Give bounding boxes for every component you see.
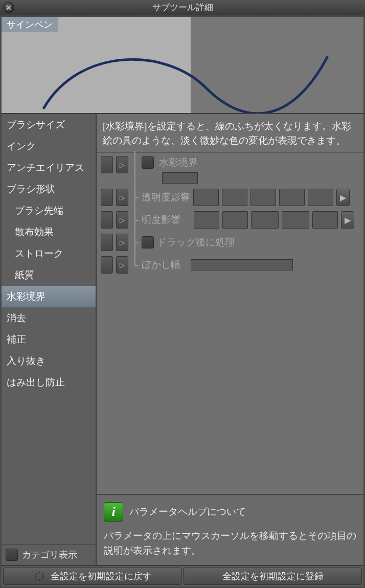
help-panel: i パラメータヘルプについて パラメータの上にマウスカーソルを移動するとその項目…: [97, 494, 363, 565]
param-visibility-toggle[interactable]: [101, 211, 113, 229]
sidebar-item[interactable]: 紙質: [2, 264, 96, 286]
param-expand-toggle[interactable]: ▷: [116, 189, 128, 206]
window-title: サブツール詳細: [0, 2, 365, 13]
param-visibility-toggle[interactable]: [101, 234, 113, 251]
sidebar-item[interactable]: はみ出し防止: [2, 372, 96, 393]
sidebar-item[interactable]: ブラシサイズ: [2, 114, 96, 135]
param-expand-toggle[interactable]: ▷: [116, 256, 128, 274]
blur-width-slider[interactable]: [191, 259, 293, 270]
param-expand-toggle[interactable]: ▷: [116, 211, 128, 229]
param-expand-toggle[interactable]: ▷: [116, 156, 128, 173]
sidebar-item[interactable]: インク: [2, 135, 96, 157]
preview-stroke: [2, 17, 363, 113]
sidebar-item[interactable]: ブラシ形状: [2, 178, 96, 200]
help-title: パラメータヘルプについて: [129, 505, 246, 519]
blur-width-label: ぼかし幅: [142, 258, 180, 272]
sidebar-item[interactable]: ストローク: [2, 243, 96, 264]
param-expand-toggle[interactable]: ▷: [116, 234, 128, 251]
sidebar-item[interactable]: 水彩境界: [2, 286, 96, 307]
opacity-effect-more[interactable]: ▶: [336, 189, 350, 206]
register-all-button[interactable]: 全設定を初期設定に登録: [184, 568, 362, 585]
process-after-drag-label: ドラッグ後に処理: [157, 236, 235, 249]
tree-connector: [131, 234, 139, 251]
process-after-drag-checkbox[interactable]: [142, 236, 154, 248]
close-button[interactable]: ✕: [3, 2, 14, 13]
sidebar-item[interactable]: アンチエイリアス: [2, 157, 96, 178]
category-description: [水彩境界]を設定すると、線のふちが太くなります。水彩絵の具のような、淡く微妙な…: [97, 114, 363, 153]
reset-all-button[interactable]: 全設定を初期設定に戻す: [3, 568, 181, 585]
param-visibility-toggle[interactable]: [101, 156, 113, 173]
category-display-checkbox[interactable]: [6, 549, 18, 561]
param-visibility-toggle[interactable]: [101, 256, 113, 274]
tree-connector: [131, 256, 139, 274]
register-all-label: 全設定を初期設定に登録: [222, 570, 324, 582]
reset-icon: [33, 570, 45, 582]
sidebar-item[interactable]: 入り抜き: [2, 350, 96, 372]
parameters-panel: ▷ 水彩境界 ▷ 透: [97, 153, 363, 494]
opacity-effect-label: 透明度影響: [142, 191, 190, 204]
watercolor-border-label: 水彩境界: [159, 156, 198, 169]
param-visibility-toggle[interactable]: [101, 189, 113, 206]
sidebar-item[interactable]: ブラシ先端: [2, 200, 96, 221]
brightness-effect-more[interactable]: ▶: [341, 211, 354, 229]
tree-connector: [131, 156, 139, 184]
category-display-label: カテゴリ表示: [22, 549, 77, 561]
watercolor-border-checkbox[interactable]: [142, 156, 154, 169]
sidebar-item[interactable]: 散布効果: [2, 221, 96, 243]
watercolor-border-slider[interactable]: [162, 172, 198, 184]
help-body: パラメータの上にマウスカーソルを移動するとその項目の説明が表示されます。: [104, 529, 356, 558]
sidebar-item[interactable]: 消去: [2, 307, 96, 329]
brush-preview: サインペン: [2, 17, 363, 114]
brightness-effect-label: 明度影響: [142, 213, 180, 227]
tree-connector: [131, 211, 139, 229]
info-icon: i: [104, 502, 123, 522]
category-sidebar: ブラシサイズインクアンチエイリアスブラシ形状ブラシ先端散布効果ストローク紙質水彩…: [2, 114, 97, 565]
reset-all-label: 全設定を初期設定に戻す: [51, 570, 152, 582]
tree-connector: [131, 189, 139, 206]
sidebar-item[interactable]: 補正: [2, 329, 96, 350]
opacity-effect-segments[interactable]: [193, 189, 333, 206]
brightness-effect-segments[interactable]: [194, 211, 338, 229]
